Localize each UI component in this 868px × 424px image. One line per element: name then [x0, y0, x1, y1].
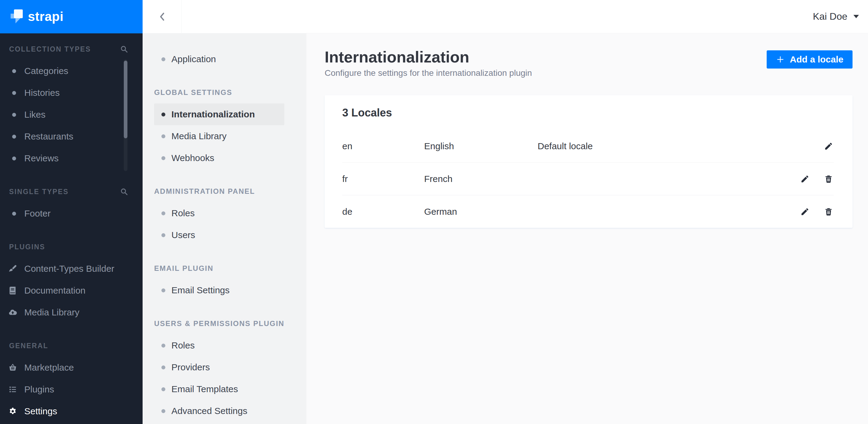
locale-row-en[interactable]: en English Default locale [324, 130, 852, 162]
section-label: PLUGINS [9, 243, 45, 251]
back-button[interactable] [143, 0, 182, 33]
sidebar-item-documentation[interactable]: Documentation [0, 280, 143, 301]
strapi-logo[interactable]: strapi [0, 0, 143, 33]
bullet-dot-icon [161, 156, 165, 160]
sidebar-item-reviews[interactable]: Reviews [0, 148, 143, 169]
locale-code: en [342, 141, 424, 151]
bullet-dot-icon [161, 344, 165, 348]
search-icon[interactable] [120, 188, 128, 196]
trash-icon [824, 174, 833, 184]
plus-icon [776, 55, 785, 64]
bullet-dot-icon [12, 135, 16, 139]
add-locale-button[interactable]: Add a locale [767, 50, 852, 69]
gear-icon [8, 407, 17, 416]
page-header: Internationalization Configure the setti… [324, 48, 852, 78]
locale-default-label: Default locale [537, 141, 824, 151]
sidebar-scrollbar-thumb[interactable] [124, 61, 127, 138]
bullet-dot-icon [161, 233, 165, 237]
locales-table: en English Default locale fr French [324, 130, 852, 228]
administration-panel-header: ADMINISTRATION PANEL [143, 181, 306, 202]
settings-item-admin-roles[interactable]: Roles [154, 202, 284, 224]
user-name: Kai Doe [813, 11, 847, 22]
locale-row-fr[interactable]: fr French [324, 163, 852, 195]
locale-actions [824, 141, 834, 151]
sidebar-item-media-library[interactable]: Media Library [0, 301, 143, 323]
locale-code: fr [342, 174, 424, 184]
collection-types-header: COLLECTION TYPES [0, 38, 143, 60]
single-types-header: SINGLE TYPES [0, 181, 143, 203]
sidebar-item-categories[interactable]: Categories [0, 60, 143, 82]
delete-locale-button[interactable] [824, 206, 834, 217]
sidebar-item-content-types-builder[interactable]: Content-Types Builder [0, 258, 143, 280]
sidebar-item-settings[interactable]: Settings [0, 400, 143, 422]
cloud-upload-icon [8, 308, 17, 317]
settings-item-providers[interactable]: Providers [154, 356, 284, 378]
settings-item-application[interactable]: Application [154, 48, 284, 70]
bullet-dot-icon [161, 409, 165, 413]
locale-name: English [424, 141, 537, 151]
paintbrush-icon [8, 264, 17, 273]
section-label: GENERAL [9, 342, 48, 350]
bullet-dot-icon [161, 57, 165, 61]
locale-row-de[interactable]: de German [324, 195, 852, 228]
settings-item-email-settings[interactable]: Email Settings [154, 279, 284, 301]
strapi-logo-icon [9, 9, 23, 24]
main-sidebar: strapi COLLECTION TYPES Categories Histo… [0, 0, 143, 424]
bullet-dot-icon [12, 113, 16, 117]
users-permissions-plugin-header: USERS & PERMISSIONS PLUGIN [143, 313, 306, 334]
nav-section-general: GENERAL Marketplace [0, 335, 143, 422]
global-settings-header: GLOBAL SETTINGS [143, 81, 306, 103]
sidebar-item-restaurants[interactable]: Restaurants [0, 126, 143, 148]
settings-sidebar: Application GLOBAL SETTINGS Internationa… [143, 33, 306, 424]
user-menu[interactable]: Kai Doe [813, 11, 859, 22]
settings-item-internationalization[interactable]: Internationalization [154, 103, 284, 125]
settings-item-webhooks[interactable]: Webhooks [154, 147, 284, 169]
edit-locale-button[interactable] [800, 206, 810, 217]
locale-actions [800, 206, 834, 217]
bullet-dot-icon [12, 212, 16, 216]
sidebar-item-histories[interactable]: Histories [0, 82, 143, 104]
pencil-icon [800, 207, 809, 216]
trash-icon [824, 207, 833, 216]
locale-name: French [424, 174, 537, 184]
pencil-icon [824, 142, 833, 151]
caret-down-icon [854, 15, 859, 18]
settings-item-media-library[interactable]: Media Library [154, 125, 284, 147]
edit-locale-button[interactable] [824, 141, 834, 151]
section-label: COLLECTION TYPES [9, 45, 91, 54]
locales-card-header: 3 Locales [324, 95, 852, 120]
sidebar-item-likes[interactable]: Likes [0, 104, 143, 126]
general-header: GENERAL [0, 335, 143, 357]
page-subtitle: Configure the settings for the internati… [324, 68, 532, 78]
book-icon [8, 286, 17, 295]
topbar: Kai Doe [143, 0, 868, 33]
locale-name: German [424, 206, 537, 217]
bullet-dot-icon [161, 365, 165, 369]
locale-code: de [342, 206, 424, 217]
bullet-dot-icon [12, 91, 16, 95]
plugins-header: PLUGINS [0, 236, 143, 258]
nav-section-collection-types: COLLECTION TYPES Categories Histories [0, 38, 143, 169]
edit-locale-button[interactable] [800, 174, 810, 184]
settings-item-email-templates[interactable]: Email Templates [154, 378, 284, 400]
settings-item-advanced-settings[interactable]: Advanced Settings [154, 400, 284, 422]
sidebar-item-footer[interactable]: Footer [0, 203, 143, 224]
list-icon [8, 385, 17, 394]
bullet-dot-icon [161, 288, 165, 292]
pencil-icon [800, 174, 809, 184]
settings-item-up-roles[interactable]: Roles [154, 334, 284, 356]
logo-wordmark: strapi [28, 9, 63, 24]
settings-item-admin-users[interactable]: Users [154, 224, 284, 246]
sidebar-item-plugins[interactable]: Plugins [0, 379, 143, 400]
nav-section-plugins: PLUGINS Content-Types Builder [0, 236, 143, 323]
locale-actions [800, 174, 834, 184]
main-content: Internationalization Configure the setti… [306, 33, 868, 424]
bullet-dot-icon [161, 134, 165, 138]
nav-section-single-types: SINGLE TYPES Footer [0, 181, 143, 224]
basket-icon [8, 363, 17, 372]
delete-locale-button[interactable] [824, 174, 834, 184]
sidebar-item-marketplace[interactable]: Marketplace [0, 357, 143, 379]
bullet-dot-icon [12, 69, 16, 73]
search-icon[interactable] [120, 45, 128, 53]
chevron-left-icon [159, 11, 165, 22]
